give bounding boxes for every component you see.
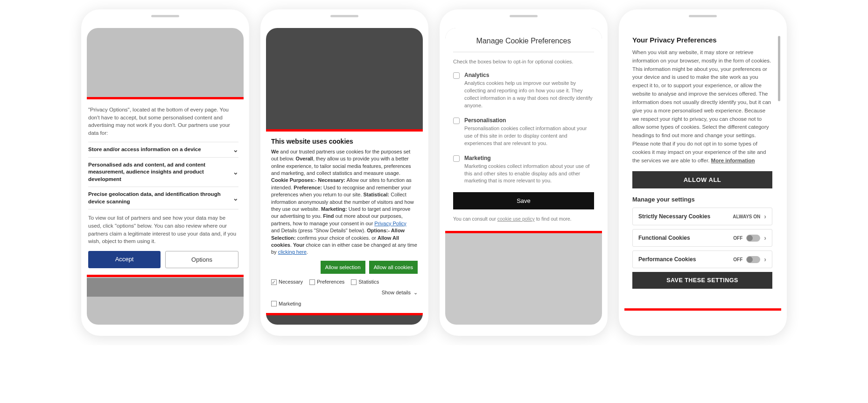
panel-body: When you visit any website, it may store… [632, 49, 772, 165]
policy-footer: You can consult our cookie use policy to… [453, 216, 594, 222]
chevron-right-icon: › [764, 234, 766, 242]
necessary-checkbox[interactable]: Necessary [271, 278, 303, 285]
strictly-necessary-row[interactable]: Strictly Necessary Cookies ALWAYS ON › [632, 208, 772, 225]
phone-mockup-2: This website uses cookies We and our tru… [260, 9, 428, 336]
accept-button[interactable]: Accept [88, 251, 161, 268]
footnote-text: To view our list of partners and see how… [88, 209, 238, 245]
phone-mockup-4: Your Privacy Preferences When you visit … [619, 9, 787, 336]
allow-all-button[interactable]: Allow all cookies [369, 261, 418, 274]
cookie-consent-panel: "Privacy Options", located at the bottom… [87, 97, 244, 277]
personalisation-checkbox[interactable] [453, 118, 460, 124]
panel-title: Your Privacy Preferences [632, 36, 772, 44]
manage-settings-heading: Manage your settings [632, 196, 772, 203]
save-button[interactable]: Save [453, 192, 594, 209]
intro-text: "Privacy Options", located at the bottom… [88, 106, 238, 137]
cookie-preferences-panel: Manage Cookie Preferences Check the boxe… [445, 28, 602, 233]
analytics-option: Analytics Analytics cookies help us impr… [453, 72, 594, 110]
chevron-right-icon: › [764, 256, 766, 263]
save-settings-button[interactable]: SAVE THESE SETTINGS [632, 272, 772, 289]
scrollbar[interactable] [778, 36, 780, 101]
analytics-checkbox[interactable] [453, 72, 460, 79]
purpose-row[interactable]: Precise geolocation data, and identifica… [88, 187, 238, 209]
cookie-consent-panel: This website uses cookies We and our tru… [266, 129, 423, 315]
status-text: OFF [733, 257, 742, 262]
purpose-row[interactable]: Store and/or access information on a dev… [88, 142, 238, 157]
personalisation-option: Personalisation Personalisation cookies … [453, 117, 594, 147]
panel-subtitle: Check the boxes below to opt-in for opti… [453, 59, 594, 64]
statistics-checkbox[interactable]: Statistics [351, 278, 379, 285]
functional-cookies-row[interactable]: Functional Cookies OFF › [632, 229, 772, 247]
panel-body: We and our trusted partners use cookies … [271, 148, 418, 256]
phone-mockup-3: Manage Cookie Preferences Check the boxe… [440, 9, 608, 336]
chevron-down-icon: ⌄ [413, 289, 418, 296]
purpose-row[interactable]: Personalised ads and content, ad and con… [88, 157, 238, 187]
panel-title: This website uses cookies [271, 137, 418, 146]
marketing-option: Marketing Marketing cookies collect info… [453, 155, 594, 185]
allow-selection-button[interactable]: Allow selection [321, 261, 365, 274]
performance-cookies-row[interactable]: Performance Cookies OFF › [632, 250, 772, 268]
toggle-switch[interactable] [746, 235, 760, 242]
status-text: ALWAYS ON [733, 214, 760, 219]
status-text: OFF [733, 236, 742, 241]
phone-mockup-1: "Privacy Options", located at the bottom… [81, 9, 249, 336]
show-details-toggle[interactable]: Show details⌄ [382, 289, 418, 296]
more-info-link[interactable]: More information [711, 158, 755, 163]
toggle-switch[interactable] [746, 256, 760, 263]
chevron-down-icon: ⌄ [233, 195, 238, 202]
options-button[interactable]: Options [165, 251, 238, 268]
chevron-right-icon: › [764, 213, 766, 220]
chevron-down-icon: ⌄ [233, 168, 238, 176]
privacy-preferences-panel: Your Privacy Preferences When you visit … [624, 28, 781, 311]
panel-title: Manage Cookie Preferences [453, 37, 594, 52]
marketing-checkbox[interactable]: Marketing [271, 300, 418, 307]
cookie-policy-link[interactable]: cookie use policy [497, 216, 535, 222]
allow-all-button[interactable]: ALLOW ALL [632, 171, 772, 188]
chevron-down-icon: ⌄ [233, 146, 238, 153]
marketing-checkbox[interactable] [453, 155, 460, 162]
preferences-checkbox[interactable]: Preferences [309, 278, 344, 285]
